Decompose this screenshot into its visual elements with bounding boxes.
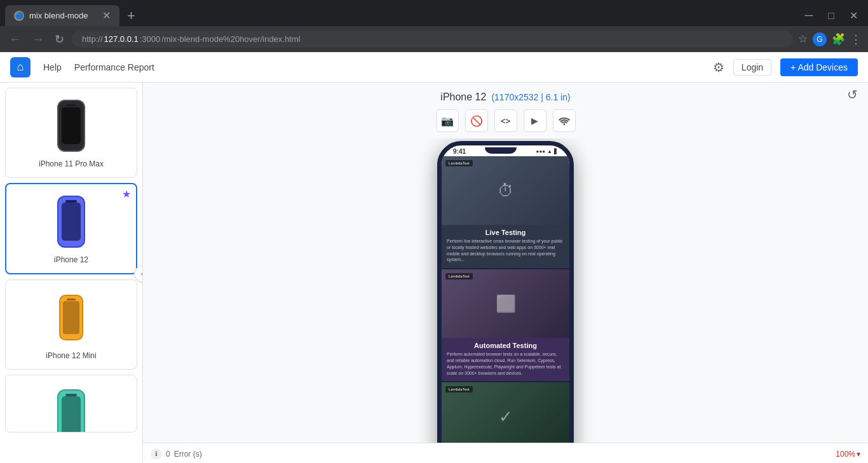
maximize-button[interactable]: □: [823, 9, 839, 23]
code-button[interactable]: <>: [494, 109, 517, 132]
bottom-status-bar: ℹ 0 Error (s) 100% ▾: [143, 443, 868, 463]
wifi-button[interactable]: [553, 109, 576, 132]
zoom-control[interactable]: 100% ▾: [836, 450, 860, 459]
device-name-iphone-12-mini: iPhone 12 Mini: [46, 351, 96, 360]
device-name-pro-max: iPhone 11 Pro Max: [39, 159, 104, 168]
device-card-iphone-11-pro-max[interactable]: iPhone 11 Pro Max: [5, 88, 137, 178]
browser-chrome: 🔵 mix blend-mode ✕ + ─ □ ✕ ← → ↻ http://…: [0, 0, 868, 52]
minimize-button[interactable]: ─: [800, 8, 818, 23]
address-bar[interactable]: http:// 127.0.0.1 :3000 /mix-blend-mode%…: [72, 30, 793, 48]
device-image-iphone-12: [52, 193, 90, 250]
zoom-dropdown-arrow[interactable]: ▾: [857, 450, 860, 459]
back-button[interactable]: ←: [6, 30, 24, 48]
device-header: iPhone 12 (1170x2532 | 6.1 in) ↺: [143, 83, 868, 107]
url-path: /mix-blend-mode%20hover/index.html: [161, 34, 300, 44]
device-image-pro-max: [52, 97, 90, 154]
card-2-desc: Perform automated browser tests on a sca…: [447, 351, 564, 376]
phone-frame: 9:41 ●●● ▲ ▋ ⏱ LambdaTest: [437, 141, 574, 443]
card-1-label-badge: LambdaTest: [445, 160, 473, 166]
star-icon: ★: [122, 188, 131, 200]
card-1-icon: ⏱: [498, 181, 514, 201]
header-right: ⚙ Login + Add Devices: [713, 58, 858, 76]
more-tools-button[interactable]: ⋮: [850, 32, 862, 46]
refresh-icon[interactable]: ↺: [847, 87, 858, 102]
tab-bar: 🔵 mix blend-mode ✕ + ─ □ ✕: [0, 0, 868, 26]
tab-title: mix blend-mode: [29, 11, 88, 20]
device-title: iPhone 12: [440, 91, 486, 103]
reload-button[interactable]: ↻: [52, 31, 67, 48]
record-button[interactable]: ▶: [524, 109, 546, 132]
app-logo: ⌂: [10, 57, 31, 77]
card-3-icon: ✓: [499, 407, 513, 427]
active-tab[interactable]: 🔵 mix blend-mode ✕: [5, 5, 119, 26]
notch-oval: [485, 147, 517, 154]
browser-controls: ← → ↻ http:// 127.0.0.1 :3000 /mix-blend…: [0, 26, 868, 52]
device-image-iphone-12-mini: [52, 289, 90, 346]
gear-icon[interactable]: ⚙: [713, 60, 724, 75]
bookmark-button[interactable]: ☆: [798, 32, 808, 46]
device-card-iphone-12-teal[interactable]: [5, 375, 137, 433]
url-prefix: http://: [82, 34, 103, 44]
new-tab-button[interactable]: +: [122, 6, 140, 25]
content-card-1: ⏱ LambdaTest Live Testing Perform live i…: [442, 156, 569, 268]
add-devices-button[interactable]: + Add Devices: [780, 58, 858, 76]
forward-button[interactable]: →: [29, 30, 47, 48]
screenshot-button[interactable]: 📷: [436, 109, 459, 132]
error-indicator: ℹ 0 Error (s): [151, 448, 202, 460]
status-time: 9:41: [453, 148, 466, 155]
card-2-bg: ⬜ LambdaTest: [442, 269, 569, 338]
error-label: Error (s): [174, 450, 202, 459]
device-image-iphone-12-teal: [52, 384, 90, 432]
device-toolbar: 📷 🚫 <> ▶: [143, 107, 868, 138]
device-card-iphone-12[interactable]: ★ iPhone 12: [5, 183, 137, 274]
content-card-2: ⬜ LambdaTest Automated Testing Perform a…: [442, 269, 569, 381]
app-header: ⌂ Help Performance Report ⚙ Login + Add …: [0, 52, 868, 83]
tab-favicon: 🔵: [14, 11, 24, 21]
body: iPhone 11 Pro Max ★ iPhone 12: [0, 83, 868, 463]
device-name-iphone-12: iPhone 12: [54, 255, 88, 264]
login-button[interactable]: Login: [733, 59, 771, 76]
card-2-title: Automated Testing: [447, 342, 564, 349]
card-2-body: Automated Testing Perform automated brow…: [442, 338, 569, 381]
device-resolution: (1170x2532 | 6.1 in): [491, 92, 570, 102]
card-2-icon: ⬜: [496, 294, 516, 314]
no-screenshot-button[interactable]: 🚫: [465, 109, 488, 132]
error-count: 0: [166, 450, 170, 459]
url-port: :3000: [140, 34, 161, 44]
card-1-title: Live Testing: [447, 229, 564, 236]
phone-frame-container: 9:41 ●●● ▲ ▋ ⏱ LambdaTest: [143, 138, 868, 443]
device-card-iphone-12-mini[interactable]: iPhone 12 Mini: [5, 279, 137, 370]
card-3-label-badge: LambdaTest: [445, 386, 473, 393]
content-card-3: ✓ LambdaTest Mobile App Testing Perform …: [442, 382, 569, 443]
app-container: ⌂ Help Performance Report ⚙ Login + Add …: [0, 52, 868, 463]
nav-help[interactable]: Help: [43, 62, 62, 72]
collapse-sidebar-button[interactable]: ‹: [134, 265, 143, 282]
card-2-label-badge: LambdaTest: [445, 273, 473, 279]
status-icons: ●●● ▲ ▋: [536, 149, 558, 154]
tab-close-icon[interactable]: ✕: [102, 10, 111, 22]
nav-performance[interactable]: Performance Report: [74, 62, 154, 72]
card-1-bg: ⏱ LambdaTest: [442, 156, 569, 225]
extensions-button[interactable]: 🧩: [832, 32, 845, 46]
url-host: 127.0.0.1: [104, 34, 139, 44]
card-1-body: Live Testing Perform live interactive cr…: [442, 225, 569, 268]
card-3-bg: ✓ LambdaTest: [442, 382, 569, 443]
close-window-button[interactable]: ✕: [844, 8, 863, 23]
profile-button[interactable]: G: [813, 32, 827, 46]
info-icon: ℹ: [151, 448, 162, 460]
card-1-desc: Perform live interactive cross browser t…: [447, 238, 564, 263]
sidebar: iPhone 11 Pro Max ★ iPhone 12: [0, 83, 143, 463]
status-bar: 9:41 ●●● ▲ ▋: [442, 145, 569, 156]
zoom-level: 100%: [836, 450, 855, 459]
main-panel: iPhone 12 (1170x2532 | 6.1 in) ↺ 📷 🚫 <> …: [143, 83, 868, 463]
